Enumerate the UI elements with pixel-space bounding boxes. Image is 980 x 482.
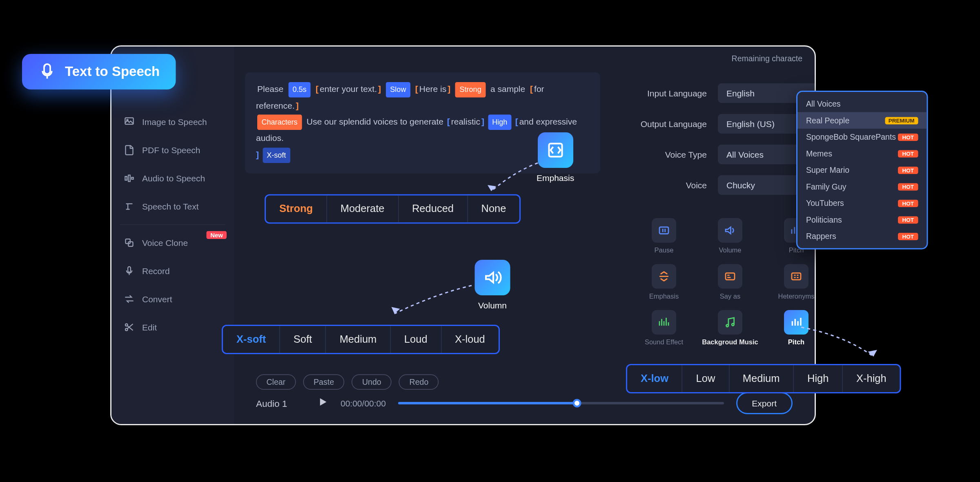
effect-emphasis[interactable]: Emphasis [635, 264, 693, 301]
dd-all-voices[interactable]: All Voices [797, 96, 927, 112]
tag-characters[interactable]: Characters [257, 115, 302, 130]
mic-icon [38, 62, 56, 81]
play-button[interactable] [317, 397, 328, 410]
dd-politicians[interactable]: PoliticiansHOT [797, 212, 927, 228]
mic-icon [124, 266, 135, 277]
dd-spongebob[interactable]: SpongeBob SquarePantsHOT [797, 129, 927, 145]
seek-slider[interactable] [398, 402, 724, 404]
tag-pitch[interactable]: High [488, 115, 512, 130]
dd-youtubers[interactable]: YouTubersHOT [797, 195, 927, 212]
hot-badge: HOT [898, 133, 918, 141]
convert-icon [124, 294, 135, 305]
opt-xlow[interactable]: X-low [627, 365, 683, 392]
sidebar-label: PDF to Speech [142, 145, 200, 155]
effect-volume[interactable]: Volume [702, 218, 759, 254]
opt-pmedium[interactable]: Medium [729, 365, 794, 392]
sidebar-item-edit[interactable]: Edit [111, 313, 234, 341]
pdf-icon [124, 145, 135, 156]
tts-badge: Text to Speech [22, 54, 176, 89]
sidebar-item-record[interactable]: Record [111, 257, 234, 285]
dd-rappers[interactable]: RappersHOT [797, 228, 927, 245]
image-icon [124, 116, 135, 127]
hot-badge: HOT [898, 150, 918, 157]
volume-callout-icon [475, 260, 510, 295]
audio-name: Audio 1 [256, 398, 305, 408]
undo-button[interactable]: Undo [352, 375, 392, 390]
output-language-label: Output Language [620, 119, 718, 129]
sidebar-label: Voice Clone [142, 238, 188, 248]
divider [120, 224, 225, 225]
tts-badge-label: Text to Speech [65, 64, 160, 80]
opt-xloud[interactable]: X-loud [441, 326, 499, 353]
settings-panel: Input Language English Output Language E… [620, 83, 816, 206]
dd-memes[interactable]: MemesHOT [797, 145, 927, 162]
redo-button[interactable]: Redo [399, 375, 439, 390]
effect-pause[interactable]: Pause [635, 218, 693, 254]
dd-super-mario[interactable]: Super MarioHOT [797, 162, 927, 179]
sidebar: Image to Speech PDF to Speech Audio to S… [111, 47, 234, 424]
volume-callout: Volumn [475, 260, 510, 310]
scissors-icon [124, 322, 135, 333]
opt-xsoft[interactable]: X-soft [223, 326, 280, 353]
sidebar-item-image-to-speech[interactable]: Image to Speech [111, 108, 234, 136]
tag-emphasis[interactable]: Strong [455, 82, 486, 97]
opt-soft[interactable]: Soft [280, 326, 326, 353]
tag-speed[interactable]: Slow [386, 82, 410, 97]
svg-rect-10 [659, 227, 668, 234]
svg-rect-11 [726, 273, 735, 280]
opt-none[interactable]: None [468, 196, 520, 223]
sidebar-item-convert[interactable]: Convert [111, 285, 234, 313]
svg-rect-4 [131, 177, 134, 179]
opt-medium[interactable]: Medium [326, 326, 391, 353]
pitch-options: X-low Low Medium High X-high [626, 364, 901, 393]
sidebar-label: Image to Speech [142, 117, 207, 127]
effect-sound-effect[interactable]: Sound Effect [635, 310, 693, 347]
effect-background-music[interactable]: Backgroud Music [702, 310, 759, 347]
paste-button[interactable]: Paste [303, 375, 345, 390]
effect-pitch-active[interactable]: Pitch [768, 310, 816, 347]
sidebar-label: Edit [142, 322, 157, 332]
opt-high[interactable]: High [794, 365, 843, 392]
svg-point-14 [732, 324, 734, 326]
svg-point-8 [125, 324, 128, 326]
effects-grid: Pause Volume Pitch Emphasis Say as Heter… [635, 218, 816, 346]
svg-rect-3 [128, 175, 130, 182]
hot-badge: HOT [898, 183, 918, 190]
emphasis-callout-icon [538, 132, 573, 168]
time-display: 00:00/00:00 [341, 398, 386, 408]
sidebar-label: Speech to Text [142, 202, 199, 212]
opt-loud[interactable]: Loud [391, 326, 441, 353]
voice-type-dropdown[interactable]: All Voices Real PeoplePREMIUM SpongeBob … [796, 91, 928, 250]
opt-low[interactable]: Low [683, 365, 729, 392]
tag-pause[interactable]: 0.5s [288, 82, 311, 97]
emphasis-callout: Emphasis [537, 132, 574, 183]
sidebar-label: Convert [142, 294, 172, 304]
hot-badge: HOT [898, 166, 918, 174]
sidebar-label: Audio to Speech [142, 174, 205, 183]
export-button[interactable]: Export [736, 392, 793, 414]
svg-point-13 [726, 325, 728, 327]
opt-moderate[interactable]: Moderate [327, 196, 399, 223]
hot-badge: HOT [898, 216, 918, 223]
audio-icon [124, 173, 135, 184]
svg-point-9 [125, 328, 128, 331]
hot-badge: HOT [898, 232, 918, 240]
effect-heteronyms[interactable]: Heteronyms [768, 264, 816, 301]
opt-reduced[interactable]: Reduced [399, 196, 468, 223]
dd-real-people[interactable]: Real PeoplePREMIUM [797, 112, 927, 129]
sidebar-item-voice-clone[interactable]: Voice Clone New [111, 229, 234, 257]
tag-volume[interactable]: X-soft [263, 147, 290, 163]
opt-xhigh[interactable]: X-high [843, 365, 900, 392]
audio-player: Audio 1 00:00/00:00 Export [256, 391, 793, 415]
sidebar-item-audio-to-speech[interactable]: Audio to Speech [111, 164, 234, 192]
voice-label: Voice [620, 180, 718, 190]
hot-badge: HOT [898, 199, 918, 207]
effect-say-as[interactable]: Say as [702, 264, 759, 301]
clear-button[interactable]: Clear [256, 375, 296, 390]
clone-icon [124, 237, 135, 248]
svg-rect-2 [125, 176, 127, 180]
opt-strong[interactable]: Strong [266, 196, 327, 223]
dd-family-guy[interactable]: Family GuyHOT [797, 179, 927, 195]
sidebar-item-speech-to-text[interactable]: Speech to Text [111, 192, 234, 221]
sidebar-item-pdf-to-speech[interactable]: PDF to Speech [111, 136, 234, 164]
